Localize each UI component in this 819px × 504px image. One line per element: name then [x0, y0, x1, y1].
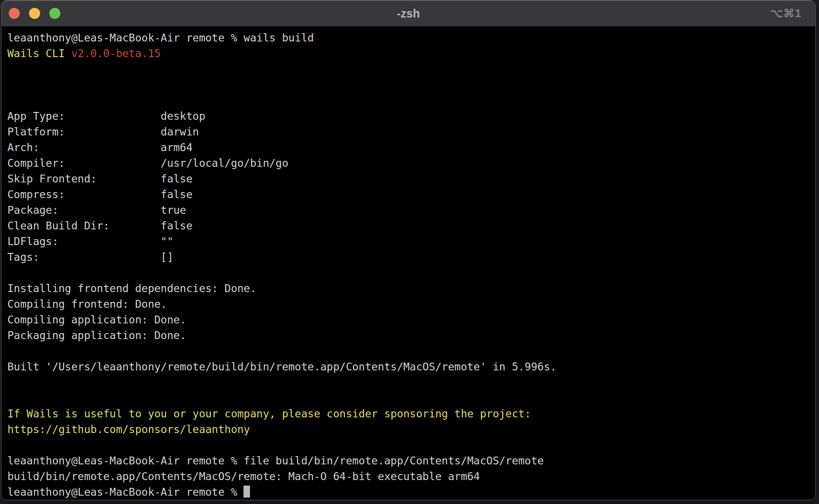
wails-version: v2.0.0-beta.15	[71, 47, 160, 59]
terminal-cursor	[243, 486, 250, 498]
terminal-line: App Type: desktop	[7, 108, 815, 124]
terminal-line: LDFlags: ""	[7, 234, 815, 249]
terminal-text: LDFlags: ""	[7, 235, 173, 247]
minimize-button[interactable]	[29, 8, 40, 19]
terminal-line: leaanthony@Leas-MacBook-Air remote %	[7, 484, 815, 500]
terminal-text: Arch: arm64	[7, 141, 193, 153]
terminal-text: Compiling frontend: Done.	[7, 298, 167, 310]
terminal-line	[7, 265, 815, 281]
terminal-text: Built '/Users/leaanthony/remote/build/bi…	[7, 361, 557, 373]
terminal-line: Package: true	[7, 202, 815, 218]
terminal-line	[7, 93, 815, 108]
terminal-line: Compress: false	[7, 187, 815, 202]
wails-cli-label: Wails CLI	[7, 47, 71, 59]
terminal-line: Wails CLI v2.0.0-beta.15	[7, 46, 815, 61]
terminal-line: Compiling application: Done.	[7, 312, 815, 328]
terminal-text: leaanthony@Leas-MacBook-Air remote % fil…	[7, 455, 544, 467]
terminal-text: Package: true	[7, 204, 186, 216]
terminal-line: leaanthony@Leas-MacBook-Air remote % wai…	[7, 30, 815, 46]
terminal-line: Arch: arm64	[7, 140, 815, 155]
title-bar[interactable]: -zsh ⌥⌘1	[1, 0, 815, 26]
terminal-text: Compiler: /usr/local/go/bin/go	[7, 157, 288, 169]
terminal-line	[7, 375, 815, 390]
terminal-line: Clean Build Dir: false	[7, 218, 815, 234]
terminal-text: Compiling application: Done.	[7, 314, 186, 326]
terminal-text: App Type: desktop	[7, 110, 205, 122]
terminal-text: Compress: false	[7, 188, 193, 200]
terminal-text: Packaging application: Done.	[7, 329, 186, 341]
terminal-line	[7, 77, 815, 93]
terminal-output[interactable]: leaanthony@Leas-MacBook-Air remote % wai…	[1, 26, 815, 500]
terminal-line: Compiling frontend: Done.	[7, 296, 815, 312]
terminal-line	[7, 390, 815, 406]
sponsor-message: If Wails is useful to you or your compan…	[7, 408, 531, 420]
close-button[interactable]	[9, 8, 20, 19]
terminal-text: Installing frontend dependencies: Done.	[7, 282, 256, 294]
terminal-line	[7, 61, 815, 77]
terminal-text: Skip Frontend: false	[7, 173, 193, 185]
terminal-text: Platform: darwin	[7, 126, 199, 138]
terminal-text: leaanthony@Leas-MacBook-Air remote %	[7, 486, 243, 498]
terminal-text: Clean Build Dir: false	[7, 220, 193, 232]
terminal-line: https://github.com/sponsors/leaanthony	[7, 422, 815, 437]
sponsor-url[interactable]: https://github.com/sponsors/leaanthony	[7, 423, 250, 435]
window-title: -zsh	[1, 0, 815, 26]
terminal-text: leaanthony@Leas-MacBook-Air remote % wai…	[7, 32, 314, 44]
terminal-line: Platform: darwin	[7, 124, 815, 140]
terminal-line: Installing frontend dependencies: Done.	[7, 281, 815, 296]
terminal-line	[7, 437, 815, 453]
zoom-button[interactable]	[49, 8, 60, 19]
traffic-lights	[1, 8, 60, 19]
terminal-text: build/bin/remote.app/Contents/MacOS/remo…	[7, 470, 480, 482]
terminal-window: -zsh ⌥⌘1 leaanthony@Leas-MacBook-Air rem…	[1, 0, 816, 500]
terminal-text: Tags: []	[7, 251, 173, 263]
terminal-line: leaanthony@Leas-MacBook-Air remote % fil…	[7, 453, 815, 469]
terminal-line: build/bin/remote.app/Contents/MacOS/remo…	[7, 469, 815, 484]
terminal-line: Tags: []	[7, 249, 815, 265]
terminal-line: Compiler: /usr/local/go/bin/go	[7, 155, 815, 171]
terminal-line	[7, 343, 815, 359]
terminal-line: Built '/Users/leaanthony/remote/build/bi…	[7, 359, 815, 375]
terminal-line: Packaging application: Done.	[7, 328, 815, 343]
window-shortcut-badge: ⌥⌘1	[770, 0, 801, 26]
terminal-line: If Wails is useful to you or your compan…	[7, 406, 815, 422]
terminal-line: Skip Frontend: false	[7, 171, 815, 187]
